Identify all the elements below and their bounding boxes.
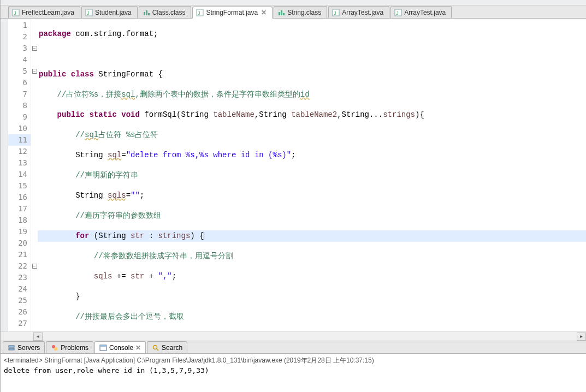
- line-number: 9: [8, 111, 31, 123]
- line-number: 10: [8, 123, 31, 134]
- svg-rect-6: [148, 13, 150, 15]
- marker-bar[interactable]: [1, 19, 8, 331]
- line-number: 4: [8, 54, 31, 66]
- tab-student[interactable]: J Student.java: [81, 6, 138, 18]
- line-number: 13: [8, 157, 31, 169]
- search-icon: [152, 344, 159, 352]
- tab-stringformat[interactable]: J StringFormat.java ✕: [192, 7, 273, 19]
- line-number: 26: [8, 306, 31, 318]
- java-file-icon: J: [85, 9, 93, 16]
- editor-tabs: J FreflectLearn.java J Student.java Clas…: [1, 5, 586, 19]
- btab-label: Servers: [17, 344, 40, 352]
- tab-freflectlearn[interactable]: J FreflectLearn.java: [8, 6, 80, 18]
- svg-text:J: J: [198, 10, 200, 16]
- tab-label: String.class: [287, 9, 321, 16]
- line-number: 16: [8, 192, 31, 203]
- tab-label: FreflectLearn.java: [22, 9, 74, 16]
- tab-label: Student.java: [95, 9, 132, 16]
- tab-class-class[interactable]: Class.class: [139, 6, 192, 18]
- line-number: 2: [8, 31, 31, 43]
- ide-window: J FreflectLearn.java J Student.java Clas…: [0, 0, 586, 392]
- java-file-icon: J: [332, 9, 340, 16]
- java-file-icon: J: [196, 9, 204, 16]
- line-number: 5: [8, 66, 31, 77]
- java-file-icon: J: [12, 9, 20, 16]
- tab-label: StringFormat.java: [206, 9, 258, 16]
- console-launch-title: <terminated> StringFormat [Java Applicat…: [4, 356, 583, 365]
- svg-rect-11: [283, 13, 285, 15]
- svg-point-22: [153, 345, 157, 349]
- line-number: 8: [8, 100, 31, 111]
- tab-close-icon[interactable]: ✕: [261, 9, 267, 16]
- code-area[interactable]: package com.string.format; public class …: [38, 19, 586, 331]
- tab-console[interactable]: Console ✕: [94, 341, 146, 353]
- tab-label: ArrayTest.java: [404, 9, 446, 16]
- editor-wrap: 1 2 3 4 5 6 7 8 9 10 11 12 13 14 15 16 1…: [1, 19, 586, 331]
- svg-point-19: [54, 347, 57, 351]
- class-file-icon: [277, 9, 285, 16]
- btab-label: Search: [162, 344, 182, 352]
- line-number: 19: [8, 226, 31, 237]
- toolbar[interactable]: [1, 0, 586, 5]
- line-number: 6: [8, 77, 31, 88]
- line-number: 27: [8, 318, 31, 329]
- problems-icon: [51, 344, 58, 352]
- line-number: 1: [8, 20, 31, 31]
- text-cursor: [204, 231, 204, 240]
- bottom-view-tabs: Servers Problems Console ✕ Search: [1, 341, 586, 354]
- tab-pin-icon[interactable]: ✕: [135, 344, 141, 352]
- svg-rect-9: [279, 12, 280, 15]
- svg-rect-21: [100, 345, 106, 347]
- svg-rect-16: [9, 346, 14, 347]
- line-number: 23: [8, 272, 31, 283]
- tab-string-class[interactable]: String.class: [274, 6, 327, 18]
- line-number: 20: [8, 237, 31, 249]
- line-number: 12: [8, 146, 31, 157]
- line-number: 21: [8, 249, 31, 260]
- svg-text:J: J: [14, 10, 16, 16]
- svg-rect-4: [144, 12, 145, 15]
- line-number: 15: [8, 180, 31, 192]
- java-file-icon: J: [394, 9, 402, 16]
- servers-icon: [8, 344, 15, 352]
- line-number: 18: [8, 215, 31, 226]
- svg-rect-5: [146, 10, 147, 15]
- fold-toggle[interactable]: −: [31, 43, 38, 54]
- line-number: 24: [8, 283, 31, 295]
- tab-problems[interactable]: Problems: [46, 341, 93, 353]
- tab-label: ArrayTest.java: [342, 9, 383, 16]
- fold-toggle[interactable]: −: [31, 66, 38, 77]
- tab-arraytest2[interactable]: J ArrayTest.java: [390, 6, 452, 18]
- line-number: 11: [8, 134, 31, 146]
- class-file-icon: [143, 9, 150, 16]
- console-icon: [99, 344, 107, 352]
- line-number-gutter: 1 2 3 4 5 6 7 8 9 10 11 12 13 14 15 16 1…: [8, 19, 31, 331]
- console-output: delete from user,role where id in (1,3,5…: [4, 366, 583, 375]
- svg-rect-17: [9, 348, 14, 350]
- svg-rect-10: [281, 10, 282, 15]
- scroll-track[interactable]: [43, 332, 577, 341]
- tab-search[interactable]: Search: [147, 341, 187, 353]
- line-number: 14: [8, 169, 31, 180]
- fold-strip: − − −: [31, 19, 38, 331]
- fold-toggle[interactable]: −: [31, 260, 38, 272]
- line-number: 25: [8, 295, 31, 306]
- line-number: 7: [8, 88, 31, 100]
- console-view[interactable]: <terminated> StringFormat [Java Applicat…: [1, 354, 586, 392]
- btab-label: Problems: [61, 344, 88, 352]
- tab-arraytest1[interactable]: J ArrayTest.java: [328, 6, 389, 18]
- scroll-left-button[interactable]: ◄: [33, 332, 43, 341]
- svg-text:J: J: [87, 10, 90, 16]
- svg-line-23: [157, 349, 158, 351]
- horizontal-scrollbar[interactable]: ◄ ►: [1, 331, 586, 341]
- tab-label: Class.class: [152, 9, 186, 16]
- tab-servers[interactable]: Servers: [3, 341, 45, 353]
- code-editor[interactable]: 1 2 3 4 5 6 7 8 9 10 11 12 13 14 15 16 1…: [8, 19, 586, 331]
- line-number: 3: [8, 43, 31, 54]
- line-number: 22: [8, 260, 31, 272]
- svg-text:J: J: [334, 10, 336, 16]
- scroll-right-button[interactable]: ►: [577, 332, 586, 341]
- btab-label: Console: [109, 344, 133, 352]
- svg-text:J: J: [396, 10, 399, 16]
- line-number: 17: [8, 203, 31, 215]
